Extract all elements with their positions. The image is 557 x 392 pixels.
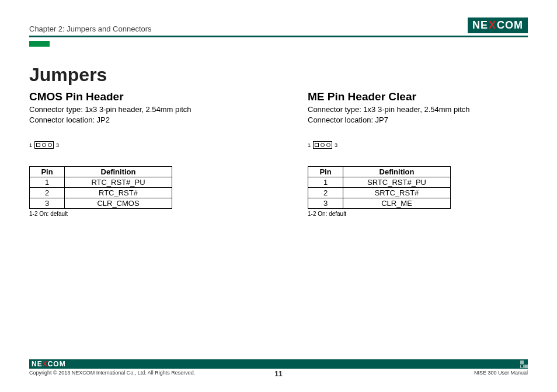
table-cell: 1 bbox=[308, 177, 343, 188]
table-cell: RTC_RST# bbox=[65, 188, 172, 198]
me-spec-line1: Connector type: 1x3 3-pin header, 2.54mm… bbox=[308, 104, 528, 115]
table-row: 1RTC_RST#_PU bbox=[30, 177, 172, 188]
footer-bar: NEXCOM bbox=[29, 359, 528, 369]
table-cell: RTC_RST#_PU bbox=[65, 177, 172, 188]
content-columns: CMOS Pin Header Connector type: 1x3 3-pi… bbox=[29, 90, 528, 217]
cmos-note: 1-2 On: default bbox=[29, 211, 249, 217]
table-cell: 3 bbox=[308, 198, 343, 209]
chapter-title: Chapter 2: Jumpers and Connectors bbox=[29, 24, 152, 33]
table-row: 3CLR_ME bbox=[308, 198, 451, 209]
page-header: Chapter 2: Jumpers and Connectors NEXCOM bbox=[29, 18, 528, 37]
table-header-def: Definition bbox=[343, 167, 451, 177]
table-cell: CLR_ME bbox=[343, 198, 451, 209]
page-footer: NEXCOM Copyright © 2013 NEXCOM Internati… bbox=[29, 359, 528, 376]
cmos-table: Pin Definition 1RTC_RST#_PU 2RTC_RST# 3C… bbox=[29, 166, 172, 209]
table-header-def: Definition bbox=[65, 167, 172, 177]
table-row: 2RTC_RST# bbox=[30, 188, 172, 198]
green-tab-decoration bbox=[29, 41, 50, 47]
pin-square-icon bbox=[315, 143, 319, 147]
me-note: 1-2 On: default bbox=[308, 211, 528, 217]
logo-text-prefix: NE bbox=[472, 19, 488, 32]
table-cell: SRTC_RST# bbox=[343, 188, 451, 198]
logo-text-prefix: NE bbox=[32, 360, 43, 368]
me-heading: ME Pin Header Clear bbox=[308, 90, 528, 103]
pin-circle-icon bbox=[326, 143, 330, 147]
cmos-heading: CMOS Pin Header bbox=[29, 90, 249, 103]
cmos-diagram-label-right: 3 bbox=[56, 142, 59, 148]
right-column: ME Pin Header Clear Connector type: 1x3 … bbox=[308, 90, 528, 217]
table-cell: SRTC_RST#_PU bbox=[343, 177, 451, 188]
me-jumper-diagram: 1 3 bbox=[308, 141, 528, 149]
table-cell: CLR_CMOS bbox=[65, 198, 172, 209]
page-number: 11 bbox=[274, 370, 282, 378]
me-spec-line2: Connector location: JP7 bbox=[308, 115, 528, 125]
pin-circle-icon bbox=[42, 143, 46, 147]
pin-circle-icon bbox=[321, 143, 325, 147]
footer-sub: Copyright © 2013 NEXCOM International Co… bbox=[29, 370, 528, 376]
me-diagram-label-left: 1 bbox=[308, 142, 311, 148]
cmos-spec: Connector type: 1x3 3-pin header, 2.54mm… bbox=[29, 104, 249, 125]
jumper-box-icon bbox=[34, 141, 54, 149]
logo-text-x: X bbox=[43, 360, 48, 368]
table-cell: 2 bbox=[308, 188, 343, 198]
jumper-box-icon bbox=[313, 141, 332, 149]
page-title: Jumpers bbox=[29, 64, 528, 86]
pin-circle-icon bbox=[48, 143, 52, 147]
footer-decoration-icon bbox=[520, 360, 528, 368]
logo-text-suffix: COM bbox=[48, 360, 66, 368]
manual-name: NISE 300 User Manual bbox=[474, 370, 528, 376]
table-header-row: Pin Definition bbox=[308, 167, 451, 177]
table-cell: 3 bbox=[30, 198, 65, 209]
logo-text-x: X bbox=[489, 19, 496, 32]
table-cell: 1 bbox=[30, 177, 65, 188]
me-table: Pin Definition 1SRTC_RST#_PU 2SRTC_RST# … bbox=[308, 166, 451, 209]
table-header-pin: Pin bbox=[308, 167, 343, 177]
table-row: 2SRTC_RST# bbox=[308, 188, 451, 198]
table-header-row: Pin Definition bbox=[30, 167, 172, 177]
cmos-diagram-label-left: 1 bbox=[29, 142, 32, 148]
me-diagram-label-right: 3 bbox=[335, 142, 337, 148]
logo-top: NEXCOM bbox=[468, 18, 528, 33]
table-row: 3CLR_CMOS bbox=[30, 198, 172, 209]
logo-bottom: NEXCOM bbox=[29, 360, 66, 368]
cmos-spec-line2: Connector location: JP2 bbox=[29, 115, 249, 125]
logo-text-suffix: COM bbox=[497, 19, 523, 32]
pin-square-icon bbox=[36, 143, 40, 147]
me-spec: Connector type: 1x3 3-pin header, 2.54mm… bbox=[308, 104, 528, 125]
cmos-jumper-diagram: 1 3 bbox=[29, 141, 249, 149]
cmos-spec-line1: Connector type: 1x3 3-pin header, 2.54mm… bbox=[29, 104, 249, 115]
table-header-pin: Pin bbox=[30, 167, 65, 177]
copyright-text: Copyright © 2013 NEXCOM International Co… bbox=[29, 370, 195, 376]
left-column: CMOS Pin Header Connector type: 1x3 3-pi… bbox=[29, 90, 249, 217]
table-cell: 2 bbox=[30, 188, 65, 198]
table-row: 1SRTC_RST#_PU bbox=[308, 177, 451, 188]
